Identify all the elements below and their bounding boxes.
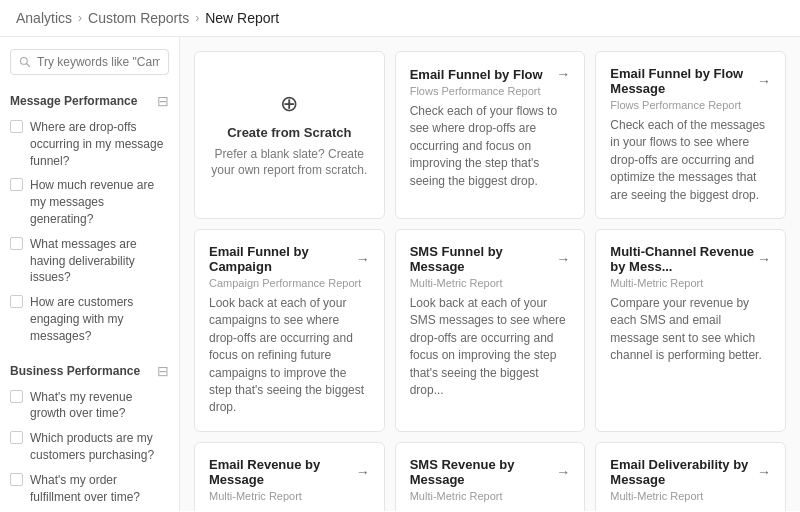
sidebar-item-1-2[interactable]: What's my order fulfillment over time? [0,468,179,510]
card-5[interactable]: Multi-Channel Revenue by Mess... → Multi… [595,229,786,432]
card-7[interactable]: SMS Revenue by Message → Multi-Metric Re… [395,442,586,511]
sidebar-item-text-0-3: How are customers engaging with my messa… [30,294,169,344]
card-subtitle-6: Multi-Metric Report [209,490,370,502]
cards-grid: ⊕ Create from Scratch Prefer a blank sla… [194,51,786,511]
sidebar-section-title-1: Business Performance [10,364,140,378]
sidebar-item-0-1[interactable]: How much revenue are my messages generat… [0,173,179,231]
card-title-8: Email Deliverability by Message [610,457,757,487]
svg-line-1 [27,64,30,67]
sidebar-sections: Message Performance⊟Where are drop-offs … [0,87,179,511]
card-1[interactable]: Email Funnel by Flow → Flows Performance… [395,51,586,219]
card-desc-6: Compare your revenue by each email messa… [209,508,370,511]
arrow-icon-8: → [757,464,771,480]
card-6[interactable]: Email Revenue by Message → Multi-Metric … [194,442,385,511]
sidebar-checkbox-1-0[interactable] [10,390,23,403]
card-title-row-6: Email Revenue by Message → [209,457,370,487]
sidebar-section-0: Message Performance⊟Where are drop-offs … [0,87,179,349]
card-3[interactable]: Email Funnel by Campaign → Campaign Perf… [194,229,385,432]
card-subtitle-3: Campaign Performance Report [209,277,370,289]
card-title-row-7: SMS Revenue by Message → [410,457,571,487]
scratch-icon: ⊕ [280,91,298,117]
card-desc-1: Check each of your flows to see where dr… [410,103,571,190]
card-desc-2: Check each of the messages in your flows… [610,117,771,204]
card-title-row-2: Email Funnel by Flow Message → [610,66,771,96]
card-subtitle-1: Flows Performance Report [410,85,571,97]
arrow-icon-1: → [556,66,570,82]
card-subtitle-7: Multi-Metric Report [410,490,571,502]
scratch-desc: Prefer a blank slate? Create your own re… [209,146,370,180]
sidebar-item-0-2[interactable]: What messages are having deliverability … [0,232,179,290]
collapse-icon-1: ⊟ [157,363,169,379]
card-0[interactable]: ⊕ Create from Scratch Prefer a blank sla… [194,51,385,219]
card-title-7: SMS Revenue by Message [410,457,557,487]
arrow-icon-5: → [757,251,771,267]
scratch-title: Create from Scratch [227,125,351,140]
card-title-3: Email Funnel by Campaign [209,244,356,274]
card-desc-4: Look back at each of your SMS messages t… [410,295,571,399]
arrow-icon-2: → [757,73,771,89]
breadcrumb-current: New Report [205,10,279,26]
card-title-1: Email Funnel by Flow [410,67,543,82]
sidebar-item-0-0[interactable]: Where are drop-offs occurring in my mess… [0,115,179,173]
card-2[interactable]: Email Funnel by Flow Message → Flows Per… [595,51,786,219]
sidebar-item-0-3[interactable]: How are customers engaging with my messa… [0,290,179,348]
search-wrap [0,49,179,87]
card-title-row-5: Multi-Channel Revenue by Mess... → [610,244,771,274]
collapse-icon-0: ⊟ [157,93,169,109]
card-4[interactable]: SMS Funnel by Message → Multi-Metric Rep… [395,229,586,432]
card-subtitle-4: Multi-Metric Report [410,277,571,289]
sidebar-checkbox-1-2[interactable] [10,473,23,486]
sidebar: Message Performance⊟Where are drop-offs … [0,37,180,511]
card-subtitle-8: Multi-Metric Report [610,490,771,502]
card-subtitle-2: Flows Performance Report [610,99,771,111]
sidebar-checkbox-0-1[interactable] [10,178,23,191]
card-title-5: Multi-Channel Revenue by Mess... [610,244,757,274]
card-subtitle-5: Multi-Metric Report [610,277,771,289]
card-8[interactable]: Email Deliverability by Message → Multi-… [595,442,786,511]
sidebar-item-text-1-0: What's my revenue growth over time? [30,389,169,423]
sidebar-section-header-1[interactable]: Business Performance⊟ [0,357,179,385]
content-area: ⊕ Create from Scratch Prefer a blank sla… [180,37,800,511]
breadcrumb: Analytics › Custom Reports › New Report [0,0,800,37]
breadcrumb-sep-2: › [195,11,199,25]
search-icon [19,56,31,68]
card-desc-7: Compare your revenue by each SMS message… [410,508,571,511]
breadcrumb-custom-reports[interactable]: Custom Reports [88,10,189,26]
card-desc-3: Look back at each of your campaigns to s… [209,295,370,417]
arrow-icon-7: → [556,464,570,480]
main-layout: Message Performance⊟Where are drop-offs … [0,37,800,511]
card-desc-5: Compare your revenue by each SMS and ema… [610,295,771,365]
sidebar-section-title-0: Message Performance [10,94,137,108]
breadcrumb-analytics[interactable]: Analytics [16,10,72,26]
sidebar-section-1: Business Performance⊟What's my revenue g… [0,357,179,510]
search-input[interactable] [37,55,160,69]
sidebar-item-text-0-0: Where are drop-offs occurring in my mess… [30,119,169,169]
arrow-icon-6: → [356,464,370,480]
card-title-row-3: Email Funnel by Campaign → [209,244,370,274]
sidebar-item-1-1[interactable]: Which products are my customers purchasi… [0,426,179,468]
arrow-icon-3: → [356,251,370,267]
card-title-4: SMS Funnel by Message [410,244,557,274]
card-title-6: Email Revenue by Message [209,457,356,487]
sidebar-section-header-0[interactable]: Message Performance⊟ [0,87,179,115]
card-title-row-4: SMS Funnel by Message → [410,244,571,274]
breadcrumb-sep-1: › [78,11,82,25]
sidebar-item-text-1-2: What's my order fulfillment over time? [30,472,169,506]
sidebar-checkbox-0-3[interactable] [10,295,23,308]
search-box[interactable] [10,49,169,75]
sidebar-checkbox-0-2[interactable] [10,237,23,250]
sidebar-item-text-1-1: Which products are my customers purchasi… [30,430,169,464]
sidebar-item-text-0-1: How much revenue are my messages generat… [30,177,169,227]
card-title-row-8: Email Deliverability by Message → [610,457,771,487]
arrow-icon-4: → [556,251,570,267]
sidebar-item-text-0-2: What messages are having deliverability … [30,236,169,286]
sidebar-checkbox-1-1[interactable] [10,431,23,444]
card-title-2: Email Funnel by Flow Message [610,66,757,96]
sidebar-checkbox-0-0[interactable] [10,120,23,133]
card-desc-8: Monitor your email deliverability by eac… [610,508,771,511]
card-title-row-1: Email Funnel by Flow → [410,66,571,82]
sidebar-item-1-0[interactable]: What's my revenue growth over time? [0,385,179,427]
